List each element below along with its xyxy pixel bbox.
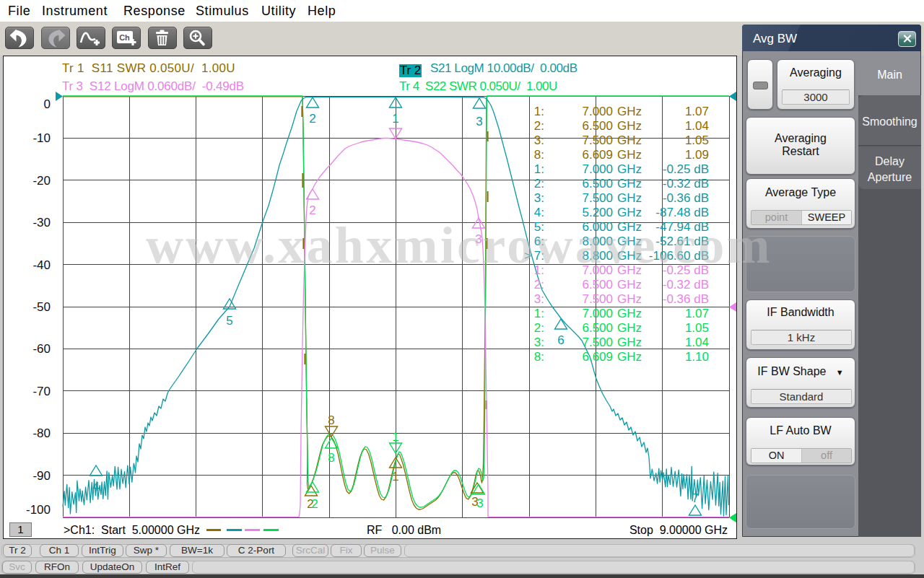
svg-text:GHz: GHz <box>617 133 642 147</box>
svg-text:GHz: GHz <box>617 162 642 176</box>
svg-text:-100: -100 <box>26 503 51 517</box>
svg-text:1.05: 1.05 <box>685 321 709 335</box>
svg-text:8: 8 <box>328 413 334 427</box>
svg-text:2:: 2: <box>534 321 544 335</box>
svg-text:4: 4 <box>92 480 99 494</box>
svg-text:2:: 2: <box>534 278 544 292</box>
svg-text:1.04: 1.04 <box>685 336 709 349</box>
svg-text:GHz: GHz <box>617 177 642 191</box>
svg-text:GHz: GHz <box>617 191 642 205</box>
svg-text:0: 0 <box>44 97 51 111</box>
svg-text:7: 7 <box>692 491 698 505</box>
svg-text:7.500: 7.500 <box>582 191 613 205</box>
svg-text:7.000: 7.000 <box>582 105 613 118</box>
svg-text:1.04: 1.04 <box>685 119 709 133</box>
svg-text:6.609: 6.609 <box>582 148 613 162</box>
svg-text:2:: 2: <box>534 177 544 191</box>
svg-text:1:: 1: <box>534 307 544 320</box>
svg-text:1: 1 <box>392 470 398 483</box>
svg-text:-0.36 dB: -0.36 dB <box>663 191 709 205</box>
svg-text:-60: -60 <box>32 342 51 356</box>
svg-text:3:: 3: <box>534 133 544 147</box>
svg-text:GHz: GHz <box>617 278 642 292</box>
svg-text:6: 6 <box>557 333 564 347</box>
svg-text:1.05: 1.05 <box>685 133 709 147</box>
svg-text:2: 2 <box>309 112 315 126</box>
svg-text:-80: -80 <box>32 426 51 440</box>
svg-text:GHz: GHz <box>617 105 642 118</box>
svg-text:7.000: 7.000 <box>582 307 613 320</box>
svg-text:1.10: 1.10 <box>685 350 709 364</box>
svg-text:GHz: GHz <box>617 350 642 364</box>
svg-text:3:: 3: <box>534 191 544 205</box>
svg-text:1: 1 <box>392 112 398 126</box>
svg-text:3: 3 <box>476 496 483 510</box>
svg-text:GHz: GHz <box>617 119 642 133</box>
svg-text:3:: 3: <box>534 336 544 349</box>
svg-text:-0.32 dB: -0.32 dB <box>663 278 709 292</box>
svg-text:8:: 8: <box>534 148 544 162</box>
svg-text:6.500: 6.500 <box>582 321 613 335</box>
svg-text:7.500: 7.500 <box>582 133 613 147</box>
svg-text:1.07: 1.07 <box>685 307 709 320</box>
svg-text:GHz: GHz <box>617 307 642 320</box>
svg-text:3:: 3: <box>534 292 544 306</box>
svg-text:7.500: 7.500 <box>582 336 613 349</box>
svg-text:1: 1 <box>392 430 398 444</box>
svg-text:GHz: GHz <box>617 336 642 349</box>
svg-text:6.500: 6.500 <box>582 278 613 292</box>
svg-text:1:: 1: <box>534 105 544 118</box>
svg-text:-0.25 dB: -0.25 dB <box>663 162 709 176</box>
svg-text:-20: -20 <box>32 174 51 188</box>
svg-text:2: 2 <box>311 497 318 511</box>
svg-text:-0.36 dB: -0.36 dB <box>663 292 709 306</box>
svg-text:8:: 8: <box>534 350 544 364</box>
svg-text:6.609: 6.609 <box>582 350 613 364</box>
svg-text:6.500: 6.500 <box>582 177 613 191</box>
svg-text:8: 8 <box>328 451 334 465</box>
svg-text:-0.32 dB: -0.32 dB <box>663 177 709 191</box>
svg-text:7.000: 7.000 <box>582 162 613 176</box>
svg-text:GHz: GHz <box>617 148 642 162</box>
svg-text:-90: -90 <box>32 469 51 483</box>
svg-text:-40: -40 <box>32 258 51 272</box>
svg-text:-70: -70 <box>32 385 51 398</box>
svg-text:7.500: 7.500 <box>582 292 613 306</box>
svg-text:1.07: 1.07 <box>685 105 709 118</box>
svg-text:3: 3 <box>476 115 482 128</box>
svg-text:1:: 1: <box>534 162 544 176</box>
svg-text:-30: -30 <box>32 216 51 229</box>
svg-text:GHz: GHz <box>617 321 642 335</box>
svg-text:-10: -10 <box>32 131 51 145</box>
svg-text:2:: 2: <box>534 119 544 133</box>
svg-text:1.09: 1.09 <box>685 148 709 162</box>
svg-text:GHz: GHz <box>617 292 642 306</box>
svg-text:5: 5 <box>226 314 232 328</box>
svg-text:-50: -50 <box>32 300 51 314</box>
svg-text:6.500: 6.500 <box>582 119 613 133</box>
